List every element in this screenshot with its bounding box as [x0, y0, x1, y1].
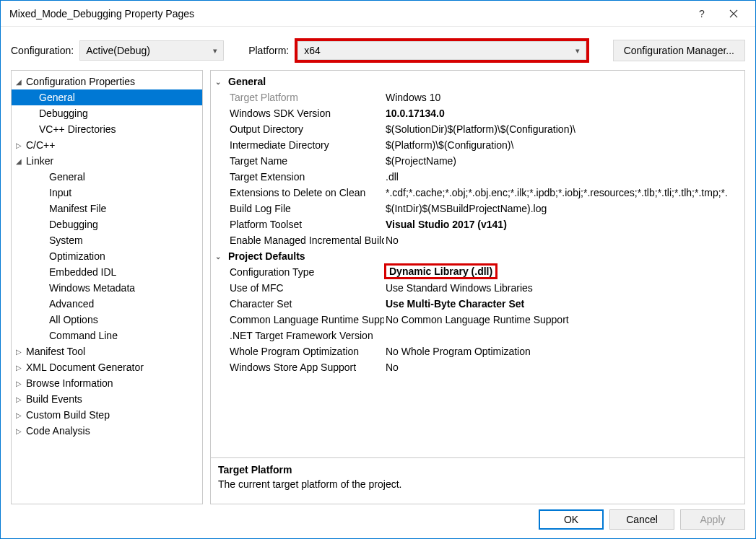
- tree-item-label: Debugging: [49, 219, 98, 230]
- property-value: Use Standard Windows Libraries: [384, 282, 533, 294]
- platform-highlight: x64 ▾: [295, 38, 589, 63]
- property-row[interactable]: Windows SDK Version10.0.17134.0: [211, 105, 744, 121]
- property-row[interactable]: Configuration TypeDynamic Library (.dll): [211, 264, 744, 280]
- configuration-dropdown[interactable]: Active(Debug) ▾: [79, 40, 224, 61]
- property-name: .NET Target Framework Version: [211, 330, 384, 341]
- tree-item[interactable]: ◢Linker: [12, 153, 202, 169]
- property-row[interactable]: .NET Target Framework Version: [211, 328, 744, 343]
- close-button[interactable]: [718, 2, 750, 25]
- tree-item[interactable]: Manifest File: [12, 201, 202, 216]
- tree-item[interactable]: Input: [12, 185, 202, 201]
- property-grid[interactable]: ⌄GeneralTarget PlatformWindows 10Windows…: [211, 71, 744, 457]
- tree-item-label: System: [49, 235, 83, 246]
- tree-item[interactable]: ▷Browse Information: [12, 375, 202, 391]
- tree-item-label: Advanced: [49, 298, 94, 310]
- group-title: General: [228, 76, 266, 87]
- tree-item[interactable]: ▷C/C++: [12, 137, 202, 153]
- tree-item-label: All Options: [49, 314, 98, 325]
- tree-item[interactable]: ▷Manifest Tool: [12, 343, 202, 359]
- tree-item[interactable]: Debugging: [12, 216, 202, 232]
- description-title: Target Platform: [218, 464, 737, 476]
- tree-item-label: Manifest Tool: [26, 346, 85, 357]
- property-value: Visual Studio 2017 (v141): [384, 219, 507, 230]
- chevron-down-icon: ▾: [213, 46, 217, 56]
- property-row[interactable]: Target PlatformWindows 10: [211, 89, 744, 105]
- expander-icon: ▷: [16, 141, 26, 149]
- expander-icon: ▷: [16, 395, 26, 403]
- tree-item[interactable]: All Options: [12, 312, 202, 328]
- dialog-footer: OK Cancel Apply: [539, 509, 745, 530]
- property-row[interactable]: Intermediate Directory$(Platform)\$(Conf…: [211, 137, 744, 153]
- tree-item-label: Browse Information: [26, 377, 113, 389]
- configuration-manager-button[interactable]: Configuration Manager...: [613, 40, 745, 61]
- property-name: Platform Toolset: [211, 219, 384, 230]
- property-row[interactable]: Windows Store App SupportNo: [211, 359, 744, 375]
- tree-root[interactable]: ◢ Configuration Properties: [12, 74, 202, 89]
- tree-item-label: XML Document Generator: [26, 361, 144, 373]
- property-name: Build Log File: [211, 203, 384, 214]
- tree-item-label: General: [39, 92, 75, 103]
- collapse-icon: ⌄: [215, 253, 228, 260]
- collapse-icon: ⌄: [215, 78, 228, 86]
- property-row[interactable]: Platform ToolsetVisual Studio 2017 (v141…: [211, 216, 744, 232]
- tree-item[interactable]: Embedded IDL: [12, 264, 202, 280]
- expander-icon: ▷: [16, 380, 26, 387]
- tree-item-label: Embedded IDL: [49, 266, 116, 278]
- property-name: Use of MFC: [211, 282, 384, 294]
- cancel-button[interactable]: Cancel: [609, 509, 674, 530]
- property-value: Dynamic Library (.dll): [384, 263, 498, 279]
- platform-label: Platform:: [248, 45, 289, 56]
- tree-item-label: General: [49, 171, 85, 183]
- tree-item[interactable]: Optimization: [12, 248, 202, 264]
- property-row[interactable]: Character SetUse Multi-Byte Character Se…: [211, 296, 744, 312]
- property-row[interactable]: Use of MFCUse Standard Windows Libraries: [211, 280, 744, 296]
- property-row[interactable]: Output Directory$(SolutionDir)$(Platform…: [211, 121, 744, 137]
- property-panel: ⌄GeneralTarget PlatformWindows 10Windows…: [210, 70, 745, 504]
- property-value: .dll: [384, 171, 399, 183]
- config-topbar: Configuration: Active(Debug) ▾ Platform:…: [1, 27, 755, 70]
- property-row[interactable]: Target Name$(ProjectName): [211, 153, 744, 169]
- tree-item[interactable]: VC++ Directories: [12, 121, 202, 137]
- property-row[interactable]: Whole Program OptimizationNo Whole Progr…: [211, 343, 744, 359]
- category-tree[interactable]: ◢ Configuration Properties GeneralDebugg…: [11, 70, 203, 504]
- property-value: No: [384, 235, 399, 246]
- property-row[interactable]: Build Log File$(IntDir)$(MSBuildProjectN…: [211, 201, 744, 216]
- property-name: Output Directory: [211, 123, 384, 135]
- property-row[interactable]: Target Extension.dll: [211, 169, 744, 185]
- help-button[interactable]: ?: [686, 2, 718, 25]
- tree-item[interactable]: ▷XML Document Generator: [12, 359, 202, 375]
- expander-icon: ▷: [16, 348, 26, 356]
- expander-icon: ▷: [16, 364, 26, 372]
- group-header[interactable]: ⌄General: [211, 74, 744, 89]
- property-name: Intermediate Directory: [211, 139, 384, 151]
- tree-item-label: Build Events: [26, 393, 82, 405]
- property-name: Extensions to Delete on Clean: [211, 187, 384, 198]
- tree-item[interactable]: Command Line: [12, 328, 202, 343]
- property-value: No Common Language Runtime Support: [384, 314, 569, 325]
- property-name: Common Language Runtime Support: [211, 314, 384, 325]
- collapse-icon: ◢: [16, 78, 26, 86]
- property-row[interactable]: Common Language Runtime SupportNo Common…: [211, 312, 744, 328]
- platform-dropdown[interactable]: x64 ▾: [297, 41, 586, 60]
- tree-item[interactable]: System: [12, 232, 202, 248]
- tree-item[interactable]: Advanced: [12, 296, 202, 312]
- ok-button[interactable]: OK: [539, 509, 604, 530]
- tree-item[interactable]: General: [12, 89, 202, 105]
- expander-icon: ◢: [16, 157, 26, 165]
- tree-item[interactable]: Windows Metadata: [12, 280, 202, 296]
- property-name: Windows Store App Support: [211, 361, 384, 373]
- tree-item[interactable]: ▷Build Events: [12, 391, 202, 407]
- group-header[interactable]: ⌄Project Defaults: [211, 248, 744, 264]
- property-row[interactable]: Extensions to Delete on Clean*.cdf;*.cac…: [211, 185, 744, 201]
- tree-item[interactable]: ▷Custom Build Step: [12, 407, 202, 423]
- tree-item[interactable]: General: [12, 169, 202, 185]
- tree-item[interactable]: Debugging: [12, 105, 202, 121]
- tree-item[interactable]: ▷Code Analysis: [12, 423, 202, 439]
- expander-icon: ▷: [16, 411, 26, 419]
- content-area: ◢ Configuration Properties GeneralDebugg…: [1, 70, 755, 504]
- tree-item-label: Optimization: [49, 250, 105, 262]
- tree-item-label: C/C++: [26, 139, 55, 151]
- property-row[interactable]: Enable Managed Incremental BuildNo: [211, 232, 744, 248]
- tree-item-label: VC++ Directories: [39, 123, 116, 135]
- apply-button[interactable]: Apply: [680, 509, 745, 530]
